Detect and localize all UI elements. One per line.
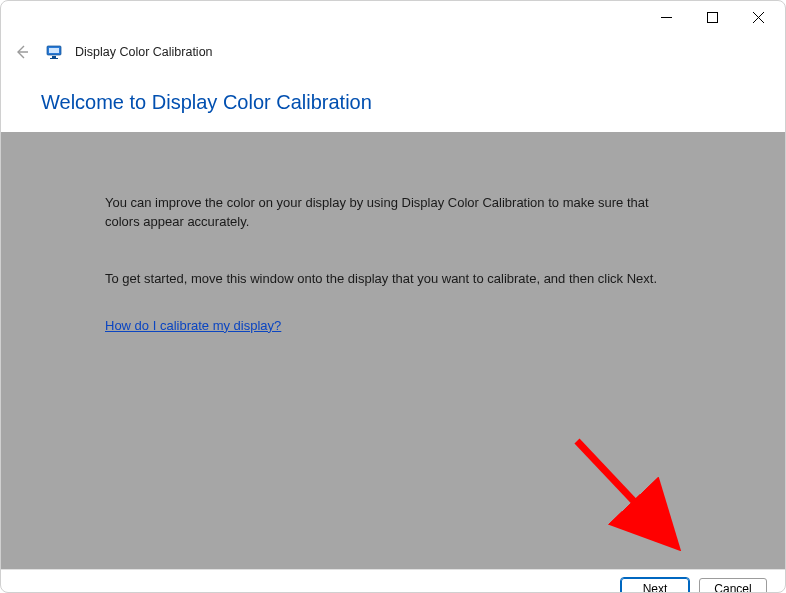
page-title: Welcome to Display Color Calibration — [41, 91, 745, 114]
close-icon — [753, 12, 764, 23]
titlebar — [1, 1, 785, 33]
close-button[interactable] — [735, 2, 781, 32]
back-button[interactable] — [11, 41, 33, 63]
svg-rect-1 — [707, 12, 717, 22]
header-row: Display Color Calibration — [1, 33, 785, 71]
minimize-button[interactable] — [643, 2, 689, 32]
svg-rect-8 — [50, 58, 58, 59]
minimize-icon — [661, 12, 672, 23]
intro-paragraph-2: To get started, move this window onto th… — [105, 270, 665, 289]
footer: Next Cancel — [1, 569, 785, 593]
svg-line-3 — [753, 12, 764, 23]
subheader: Welcome to Display Color Calibration — [1, 71, 785, 132]
intro-paragraph-1: You can improve the color on your displa… — [105, 194, 665, 232]
svg-line-2 — [753, 12, 764, 23]
cancel-button[interactable]: Cancel — [699, 578, 767, 594]
svg-rect-7 — [52, 56, 56, 58]
back-arrow-icon — [14, 44, 30, 60]
app-title: Display Color Calibration — [75, 45, 213, 59]
svg-rect-6 — [49, 48, 59, 53]
maximize-icon — [707, 12, 718, 23]
next-button[interactable]: Next — [621, 578, 689, 594]
help-link[interactable]: How do I calibrate my display? — [105, 317, 281, 336]
content-area: You can improve the color on your displa… — [1, 132, 785, 569]
maximize-button[interactable] — [689, 2, 735, 32]
display-calibration-icon — [45, 43, 63, 61]
